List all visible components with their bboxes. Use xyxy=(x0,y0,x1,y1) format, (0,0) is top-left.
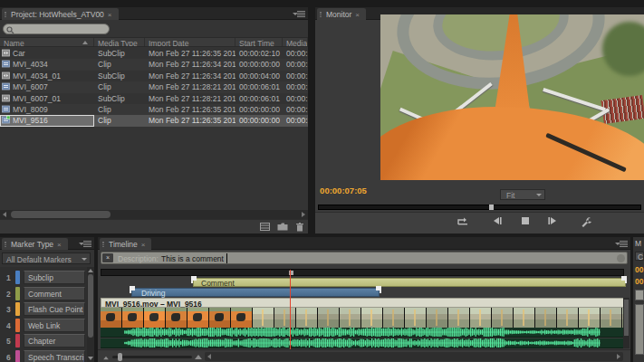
stop-icon[interactable] xyxy=(515,216,535,231)
inspector-button[interactable]: C xyxy=(635,252,644,261)
column-header-import-date[interactable]: Import Date xyxy=(145,38,235,46)
zoom-out-icon[interactable] xyxy=(103,357,109,360)
tab-close-icon[interactable]: × xyxy=(355,11,360,19)
scroll-left-icon[interactable] xyxy=(207,354,211,359)
driving-marker-label: Driving xyxy=(141,289,165,298)
close-icon[interactable]: × xyxy=(102,253,113,262)
tab-project[interactable]: Project: HotWheels_ATV00× xyxy=(2,8,119,20)
timeline-vscrollbar[interactable] xyxy=(623,298,630,348)
clip-name[interactable]: MVI_6007_01 xyxy=(0,93,94,104)
column-header-media[interactable]: Media xyxy=(283,38,308,46)
table-row-Car[interactable]: CarSubClipMon Feb 27 11:26:35 201200:00:… xyxy=(0,48,308,59)
table-row-MVI_8009[interactable]: MVI_8009ClipMon Feb 27 11:26:35 201200:0… xyxy=(0,104,308,115)
clip-filmstrip-track[interactable] xyxy=(101,308,624,328)
marker-out-flag-icon xyxy=(376,286,381,293)
clip-import-date: Mon Feb 27 11:26:35 2012 xyxy=(145,115,235,126)
video-preview[interactable] xyxy=(380,14,644,180)
tab-inspector-label[interactable]: M xyxy=(635,239,641,248)
table-row-MVI_6007_01[interactable]: MVI_6007_01SubClipMon Feb 27 11:28:21 20… xyxy=(0,93,308,104)
zoom-level-select[interactable]: Fit xyxy=(500,189,545,200)
marker-filter-select[interactable]: All Default Markers xyxy=(2,252,91,264)
wrench-icon[interactable] xyxy=(576,216,596,231)
table-row-MVI_9516[interactable]: MVI_9516ClipMon Feb 27 11:26:35 201200:0… xyxy=(0,115,308,126)
timeline-playhead[interactable] xyxy=(290,270,291,349)
clip-media-type: Clip xyxy=(94,59,145,70)
scroll-down-icon[interactable] xyxy=(88,357,93,360)
marker-type-item-chapter[interactable]: 5Chapter xyxy=(0,333,87,349)
in-point-timecode[interactable]: 00: xyxy=(635,265,644,274)
scroll-left-icon[interactable] xyxy=(3,212,6,217)
clip-name[interactable]: MVI_8009 xyxy=(0,104,94,115)
list-view-icon[interactable] xyxy=(260,223,270,233)
project-hscrollbar[interactable] xyxy=(0,210,308,219)
marker-color-swatch xyxy=(15,302,20,316)
marker-type-label[interactable]: Speech Transcriptio xyxy=(24,350,85,362)
panel-menu-icon[interactable] xyxy=(79,241,91,247)
marker-type-label[interactable]: Web Link xyxy=(24,319,85,332)
panel-menu-icon[interactable] xyxy=(615,241,628,247)
table-row-MVI_6007[interactable]: MVI_6007ClipMon Feb 27 11:28:21 201200:0… xyxy=(0,81,308,92)
marker-type-item-flash-cue-point[interactable]: 3Flash Cue Point xyxy=(0,301,87,318)
scrollbar-thumb[interactable] xyxy=(88,274,93,338)
timeline-hscrollbar[interactable] xyxy=(205,352,623,361)
zoom-slider-knob[interactable] xyxy=(118,353,122,361)
panel-menu-icon[interactable] xyxy=(293,11,305,17)
marker-type-label[interactable]: Chapter xyxy=(24,334,85,348)
scrubber-playhead[interactable] xyxy=(489,205,494,210)
tab-marker-type[interactable]: Marker Type× xyxy=(2,238,68,250)
tab-close-icon[interactable]: × xyxy=(57,241,62,249)
monitor-timecode[interactable]: 00:00:07:05 xyxy=(312,186,375,195)
marker-type-item-comment[interactable]: 2Comment xyxy=(0,286,87,302)
monitor-scrubber[interactable] xyxy=(318,205,641,210)
clip-track-label[interactable]: MVI_9516.mov – MVI_9516 xyxy=(101,298,624,308)
clip-name[interactable]: MVI_9516 xyxy=(0,115,94,126)
project-toolbar xyxy=(0,219,308,233)
step-back-icon[interactable] xyxy=(487,216,507,231)
clip-name[interactable]: MVI_4034_01 xyxy=(0,71,94,81)
clip-name[interactable]: MVI_4034 xyxy=(0,59,94,70)
new-bin-folder-icon[interactable] xyxy=(277,223,288,233)
trash-icon[interactable] xyxy=(296,223,303,233)
inspector-field[interactable] xyxy=(635,290,644,300)
comment-marker-bar[interactable]: Comment xyxy=(193,278,626,287)
column-header-media-type[interactable]: Media Type xyxy=(94,38,145,46)
marker-shortcut-number: 4 xyxy=(6,321,11,330)
column-header-name[interactable]: Name xyxy=(0,38,94,46)
marker-type-label[interactable]: Comment xyxy=(24,287,85,300)
tab-monitor[interactable]: Monitor× xyxy=(317,8,366,20)
marker-type-item-subclip[interactable]: 1Subclip xyxy=(0,270,87,286)
audio-waveform-track-1[interactable] xyxy=(101,328,624,338)
column-header-start-time[interactable]: Start Time xyxy=(235,38,283,46)
scrollbar-thumb[interactable] xyxy=(624,300,629,336)
scroll-right-icon[interactable] xyxy=(617,354,620,359)
audio-waveform-track-2[interactable] xyxy=(101,338,624,348)
tab-close-icon[interactable]: × xyxy=(108,11,112,19)
timeline-ruler[interactable] xyxy=(101,269,624,276)
step-forward-icon[interactable] xyxy=(543,216,562,231)
search-input[interactable] xyxy=(3,24,110,34)
scrollbar-thumb[interactable] xyxy=(11,211,111,218)
clip-name[interactable]: MVI_6007 xyxy=(0,81,94,92)
marker-type-panel: Marker Type× All Default Markers 1Subcli… xyxy=(0,237,94,362)
clip-import-date: Mon Feb 27 11:26:35 2012 xyxy=(145,104,235,115)
loop-icon[interactable] xyxy=(453,216,473,231)
tab-close-icon[interactable]: × xyxy=(141,241,146,249)
table-row-MVI_4034_01[interactable]: MVI_4034_01SubClipMon Feb 27 11:26:34 20… xyxy=(0,71,308,81)
table-row-MVI_4034[interactable]: MVI_4034ClipMon Feb 27 11:26:34 201200:0… xyxy=(0,59,308,70)
marker-type-item-speech-transcriptio[interactable]: 6Speech Transcriptio xyxy=(0,349,87,362)
zoom-in-icon[interactable] xyxy=(195,355,202,359)
out-point-timecode[interactable]: 00: xyxy=(635,277,644,286)
scroll-up-icon[interactable] xyxy=(88,269,93,272)
timeline-zoom-slider[interactable] xyxy=(112,356,192,358)
clip-name[interactable]: Car xyxy=(0,48,94,59)
tab-timeline[interactable]: Timeline× xyxy=(100,238,151,250)
scroll-right-icon[interactable] xyxy=(302,212,305,217)
marker-type-item-web-link[interactable]: 4Web Link xyxy=(0,318,87,334)
marker-type-label[interactable]: Flash Cue Point xyxy=(24,302,85,316)
clip-start-time: 00:00:00:00 xyxy=(235,59,283,70)
marker-type-label[interactable]: Subclip xyxy=(24,271,85,284)
marker-list-vscrollbar[interactable] xyxy=(87,267,94,362)
inspector-field[interactable] xyxy=(635,304,644,355)
subclip-marker-bar[interactable]: Driving xyxy=(131,288,380,297)
marker-description-input[interactable]: × Description: This is a comment xyxy=(101,252,628,264)
